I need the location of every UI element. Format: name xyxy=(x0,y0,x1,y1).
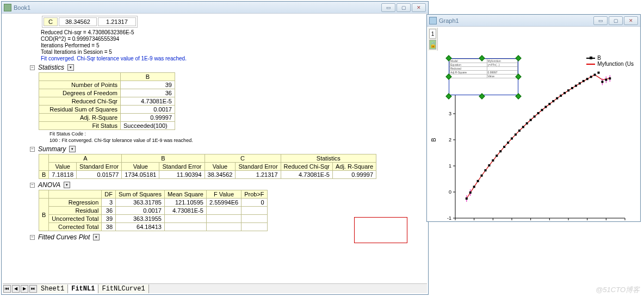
book1-title: Book1 xyxy=(14,4,381,11)
svg-rect-46 xyxy=(477,180,479,182)
close-button[interactable]: ✕ xyxy=(624,16,638,25)
svg-rect-63 xyxy=(541,109,543,111)
workbook-icon xyxy=(4,4,11,11)
info-chisqr: Reduced Chi-sqr = 4.73080632386E-5 xyxy=(41,29,426,35)
minimize-button[interactable]: ▭ xyxy=(593,16,608,25)
svg-text:B: B xyxy=(430,138,437,141)
info-iter: Iterations Performed = 5 xyxy=(41,42,426,48)
svg-rect-70 xyxy=(567,89,569,91)
fitstatus-note2: 100 : Fit converged. Chi-Sqr tolerance v… xyxy=(49,138,426,143)
info-converged: Fit converged. Chi-Sqr tolerance value o… xyxy=(41,55,426,61)
tab-fitnl1[interactable]: FitNL1 xyxy=(68,284,98,293)
fitted-dropdown[interactable]: ▾ xyxy=(93,234,100,240)
sum-col: Value xyxy=(49,163,77,171)
anova-col: Mean Square xyxy=(164,190,206,199)
collapse-fitted[interactable]: − xyxy=(30,235,35,240)
legend-swatch-fit xyxy=(586,64,595,65)
param-c-label: C xyxy=(44,17,58,26)
collapse-statistics[interactable]: − xyxy=(30,65,35,70)
svg-text:0: 0 xyxy=(449,189,451,195)
tab-fitnlcurve1[interactable]: FitNLCurve1 xyxy=(98,284,148,293)
layer-tab-1[interactable]: 1 xyxy=(429,29,436,39)
tab-nav-next[interactable]: ▶ xyxy=(21,285,28,293)
legend-swatch-b xyxy=(586,58,595,59)
sum-col: Standard Error xyxy=(236,163,281,171)
svg-rect-77 xyxy=(594,73,596,76)
sum-val: 1734.05181 xyxy=(122,171,159,179)
svg-rect-66 xyxy=(552,100,554,102)
minimize-button[interactable]: ▭ xyxy=(381,3,395,12)
svg-rect-68 xyxy=(560,95,562,97)
info-total-iter: Total Iterations in Session = 5 xyxy=(41,49,426,55)
statistics-dropdown[interactable]: ▾ xyxy=(67,64,74,71)
sum-val: 0.99997 xyxy=(332,171,376,179)
svg-rect-45 xyxy=(473,185,475,188)
anova-dropdown[interactable]: ▾ xyxy=(64,182,70,188)
svg-rect-44 xyxy=(469,191,472,194)
sum-col: Value xyxy=(205,163,236,171)
close-button[interactable]: ✕ xyxy=(412,3,426,12)
stats-value: 36 xyxy=(121,89,175,97)
sum-col: Standard Error xyxy=(159,163,205,171)
svg-rect-65 xyxy=(548,103,550,105)
anova-rowlabel: Corrected Total xyxy=(49,223,102,231)
stats-row: Number of Points xyxy=(39,81,121,89)
plot-area[interactable]: 250300350400450500550600650700-1012345tB… xyxy=(428,51,639,220)
collapse-summary[interactable]: − xyxy=(30,147,35,152)
sum-val: 0.01577 xyxy=(77,171,122,179)
lock-icon[interactable]: 🔒 xyxy=(429,40,436,49)
svg-rect-56 xyxy=(515,133,517,135)
svg-text:2: 2 xyxy=(449,137,451,143)
svg-rect-75 xyxy=(586,78,589,80)
maximize-button[interactable]: ▢ xyxy=(609,16,623,25)
fitstatus-note1: Fit Status Code : xyxy=(49,131,426,137)
legend[interactable]: B Myfunction (Us xyxy=(586,55,634,67)
svg-rect-53 xyxy=(503,146,505,148)
tab-nav-last[interactable]: ⏭ xyxy=(29,285,37,293)
svg-rect-74 xyxy=(583,80,585,82)
sum-grp-a: A xyxy=(49,154,122,163)
sheet-tabs: ⏮ ◀ ▶ ⏭ Sheet1 FitNL1 FitNLCurve1 xyxy=(3,283,427,293)
svg-rect-67 xyxy=(556,97,558,100)
svg-text:-1: -1 xyxy=(447,215,451,221)
fit-info-inset[interactable]: ModelMyfunction Equationy=A*ln(...) Redu… xyxy=(449,58,518,95)
tab-nav-prev[interactable]: ◀ xyxy=(12,285,20,293)
stats-row: Residual Sum of Squares xyxy=(39,106,121,114)
svg-rect-79 xyxy=(601,81,603,83)
anova-col: Sum of Squares xyxy=(116,190,165,199)
svg-rect-80 xyxy=(605,79,607,81)
sum-col: Adj. R-Square xyxy=(332,163,376,171)
svg-rect-55 xyxy=(511,138,513,140)
sum-val: 38.34562 xyxy=(205,171,236,179)
collapse-anova[interactable]: − xyxy=(30,183,35,188)
svg-rect-76 xyxy=(590,76,592,78)
book1-content: C 38.34562 1.21317 Reduced Chi-sqr = 4.7… xyxy=(3,15,427,283)
stats-value: 0.99997 xyxy=(121,114,175,122)
stats-row: Degrees of Freedom xyxy=(39,89,121,97)
sum-col: Value xyxy=(122,163,159,171)
tab-nav-first[interactable]: ⏮ xyxy=(3,285,11,293)
stats-col-b: B xyxy=(121,73,175,81)
summary-dropdown[interactable]: ▾ xyxy=(69,146,76,152)
graph1-titlebar[interactable]: Graph1 ▭ ▢ ✕ xyxy=(427,15,640,27)
anova-rowlabel: Uncorrected Total xyxy=(49,215,102,223)
legend-label-fit: Myfunction (Us xyxy=(597,61,634,67)
tab-sheet1[interactable]: Sheet1 xyxy=(38,284,68,293)
svg-text:3: 3 xyxy=(449,111,451,116)
sum-val: 7.18118 xyxy=(49,171,77,179)
sum-col: Reduced Chi-Sqr xyxy=(281,163,332,171)
sum-grp-stats: Statistics xyxy=(281,154,376,163)
stats-row: Fit Status xyxy=(39,122,121,130)
maximize-button[interactable]: ▢ xyxy=(397,3,411,12)
svg-rect-50 xyxy=(492,159,494,162)
watermark: @51CTO博客 xyxy=(596,285,640,295)
statistics-title: Statistics xyxy=(38,64,64,71)
anova-title: ANOVA xyxy=(38,181,60,189)
anova-col: DF xyxy=(102,190,116,199)
book1-titlebar[interactable]: Book1 ▭ ▢ ✕ xyxy=(2,2,428,14)
svg-rect-71 xyxy=(571,87,573,89)
svg-rect-78 xyxy=(597,72,599,74)
svg-rect-69 xyxy=(564,92,566,94)
stats-row: Adj. R-Square xyxy=(39,114,121,122)
graph1-window: Graph1 ▭ ▢ ✕ 1 🔒 25030035040045050055060… xyxy=(426,14,641,222)
